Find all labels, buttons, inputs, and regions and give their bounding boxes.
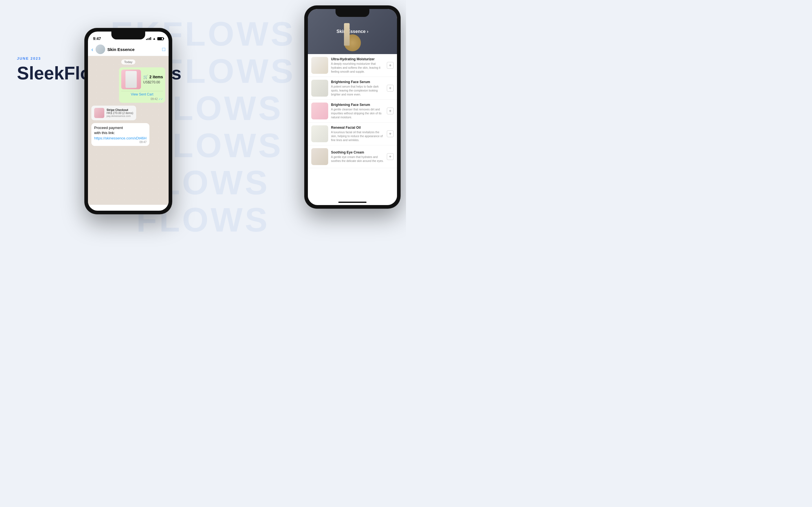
home-indicator [338,202,366,203]
cart-icon: 🛒 [143,75,148,79]
stripe-thumbnail [94,108,104,118]
right-phone-notch [336,9,369,17]
product-description: A gentle cleanser that removes dirt and … [331,108,384,119]
proceed-message-bubble: Proceed paymentwith this link: https://s… [91,123,149,146]
product-name: Brightening Face Serum [331,103,384,107]
product-description: A luxurious facial oil that revitalizes … [331,130,384,142]
product-list: Ultra-Hydrating Moisturizer A deeply nou… [308,54,397,200]
product-item: Soothing Eye Cream A gentle eye cream th… [308,145,397,168]
cart-message-bubble[interactable]: 🛒 2 items US$270.00 View Sent Cart 09:42… [119,67,165,103]
cart-items-count: 2 items [149,75,163,79]
proceed-time: 09:47 [140,140,147,144]
status-icons: ▲ [146,37,163,41]
add-to-cart-button[interactable]: + [387,85,394,92]
product-description: A gentle eye cream that hydrates and soo… [331,155,384,163]
phone-frame-left: 9:47 ▲ ‹ Skin Essenc [85,28,172,214]
today-badge: Today [121,59,135,64]
cart-time: 09:42 [151,98,158,101]
phone-screen-right: Skin Essence › Ultra-Hydrating Moisturiz… [308,9,397,205]
product-thumbnail [311,125,328,142]
status-time: 9:47 [93,36,101,41]
proceed-link[interactable]: https://skinessence.com/xDt46H [94,136,147,140]
product-description: A deeply nourishing moisturizer that hyd… [331,62,384,74]
product-thumbnail [311,57,328,74]
product-item: Brightening Face Serum A gentle cleanser… [308,100,397,122]
chat-header: ‹ Skin Essence □ [88,43,168,56]
product-name: Brightening Face Serum [331,80,384,84]
add-to-cart-button[interactable]: + [387,153,394,160]
avatar [96,45,105,54]
product-thumbnail [311,80,328,97]
phone-frame-right: Skin Essence › Ultra-Hydrating Moisturiz… [305,6,400,209]
add-to-cart-button[interactable]: + [387,108,394,114]
read-receipts: ✓✓ [158,98,163,101]
product-item: Ultra-Hydrating Moisturizer A deeply nou… [308,54,397,77]
back-button[interactable]: ‹ [91,46,93,53]
phone-notch [111,32,145,40]
stripe-url: pay.skinessence.com [107,115,133,117]
stripe-checkout-card[interactable]: Stripe Checkout HK$ 270.00 (2 items) pay… [91,106,136,120]
product-thumbnail [311,103,328,119]
right-phone: Skin Essence › Ultra-Hydrating Moisturiz… [305,6,400,209]
product-header-title[interactable]: Skin Essence › [337,29,368,34]
product-name: Soothing Eye Cream [331,151,384,154]
left-phone: 9:47 ▲ ‹ Skin Essenc [85,28,172,214]
product-name: Renewal Facial Oil [331,126,384,129]
signal-icon [146,37,151,40]
product-item: Brightening Face Serum A potent serum th… [308,77,397,100]
product-item: Renewal Facial Oil A luxurious facial oi… [308,122,397,145]
phone-screen-left: 9:47 ▲ ‹ Skin Essenc [88,32,168,211]
view-cart-link[interactable]: View Sent Cart [121,91,163,98]
product-name: Ultra-Hydrating Moisturizer [331,57,384,61]
add-to-cart-button[interactable]: + [387,62,394,69]
chat-action-icon[interactable]: □ [162,47,165,52]
stripe-title: Stripe Checkout [107,108,133,112]
proceed-text: Proceed paymentwith this link: [94,125,147,135]
cart-price: US$270.00 [143,80,163,84]
product-thumbnail [311,148,328,165]
add-to-cart-button[interactable]: + [387,130,394,137]
product-description: A potent serum that helps to fade dark s… [331,85,384,97]
battery-icon [157,37,163,40]
chat-body: Today 🛒 2 items US$270.00 [88,56,168,205]
stripe-amount: HK$ 270.00 (2 items) [107,112,133,115]
chat-name: Skin Essence [107,47,160,52]
wifi-icon: ▲ [153,37,156,41]
cart-product-image [121,69,141,89]
